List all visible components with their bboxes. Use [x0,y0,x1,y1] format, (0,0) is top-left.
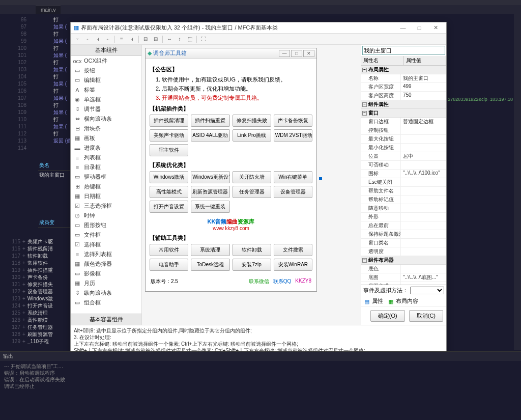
tool-button[interactable]: 打开声音设置 [150,201,188,213]
align-center-h-icon[interactable]: ≡ [117,35,126,44]
outline-item[interactable]: 119+插件扫描重 [10,267,69,274]
same-width-icon[interactable]: ↔ [165,35,174,44]
align-top-icon[interactable]: ⫞ [93,35,102,44]
prop-row[interactable]: 外形 [361,213,446,221]
prop-row[interactable]: 底色 [361,265,446,273]
palette-item[interactable]: ▭编辑框 [71,75,141,85]
outline-item[interactable]: 129+_110子程 [10,338,69,345]
palette-item[interactable]: ▭按钮 [71,66,141,75]
palette-item[interactable]: ≡选择列表框 [71,249,141,259]
prop-row[interactable]: 透明度 [361,247,446,256]
palette-item[interactable]: ☑选择框 [71,240,141,249]
cancel-button[interactable]: 取消(C) [409,310,443,322]
tool-button[interactable]: 声卡备份恢复 [274,115,312,127]
tab-properties[interactable]: ▤属性 [364,297,383,305]
palette-item[interactable]: ▦颜色选择器 [71,259,141,269]
palette-item[interactable]: ▬进度条 [71,143,141,153]
palette-footer[interactable]: 基本容器组件 [71,314,141,325]
prop-group[interactable]: −组件布局器 [361,256,446,265]
scrollbar[interactable] [514,14,521,350]
prop-group[interactable]: −组件属性 [361,100,446,109]
palette-item[interactable]: ▭文件框 [71,230,141,240]
tool-button[interactable]: 安装WinRAR [274,259,312,271]
tool-button[interactable]: Windows激活 [150,171,188,183]
prop-row[interactable]: 名称我的主窗口 [361,74,446,83]
tool-button[interactable]: Windows更新设置 [191,171,229,183]
dialog-titlebar[interactable]: ▦ 界面布局设计器(注意测试版仅限加入 32 个组件) - 我的主窗口 / MF… [71,22,446,34]
align-right-icon[interactable]: ⫠ [83,35,92,44]
tool-button[interactable]: 修复扫描失败 [233,115,271,127]
outline-item[interactable]: 122+设备管理器 [10,288,69,295]
distribute-h-icon[interactable]: ⊟ [141,35,150,44]
prop-row[interactable]: 可否移动 [361,161,446,170]
tool-button[interactable]: 高性能模式 [150,186,188,198]
prop-row[interactable]: 底图"..\\..\\..\\底图..." [361,273,446,282]
prop-row[interactable]: 帮助标记值 [361,195,446,204]
tool-button[interactable]: 关开防火墙 [233,171,271,183]
palette-item[interactable]: ⇕调节器 [71,104,141,114]
palette-item[interactable]: ▦日期框 [71,191,141,201]
palette-item[interactable]: ▭组合框 [71,298,141,307]
file-tab[interactable]: main.v [36,6,61,14]
outline-item[interactable]: 120+声卡备份 [10,274,69,281]
tool-button[interactable]: ASIO 4ALL驱动 [191,129,229,142]
prop-row[interactable]: Esc键关闭 [361,178,446,187]
align-left-icon[interactable]: ⫟ [73,35,82,44]
prop-row[interactable]: 最小化按钮 [361,144,446,152]
outline-item[interactable]: 127+任务管理器 [10,324,69,331]
tool-button[interactable]: 电音助手 [150,259,188,271]
minimize-icon[interactable]: — [395,23,411,33]
align-bottom-icon[interactable]: ⫠ [103,35,112,44]
outline-item[interactable]: 115+美频声卡驱 [10,238,69,245]
tool-button[interactable]: 常用软件 [150,244,188,256]
palette-item[interactable]: ▭驱动器框 [71,172,141,182]
tab-layout-content[interactable]: ▦布局内容 [388,297,418,305]
palette-item[interactable]: ⊞热键框 [71,182,141,191]
outline-item[interactable]: 121+修复扫描失 [10,281,69,288]
outline-item[interactable]: 117+软件卸载 [10,253,69,260]
prop-row[interactable]: 控制按钮 [361,126,446,135]
tool-button[interactable]: 系统一键重装 [191,201,229,213]
palette-item[interactable]: ⇕纵向滚动条 [71,288,141,298]
tool-button[interactable]: WDM 2VST驱动 [274,129,312,142]
design-canvas[interactable]: ◆ 调音师工具箱 — □ ✕ 【公告区】 1. 软件使用中，如有建议或BUG，请… [142,45,361,325]
tool-min-icon[interactable]: — [279,50,290,57]
outline-item[interactable]: 128+刷新资源管 [10,331,69,338]
tool-button[interactable]: 美频声卡驱动 [150,129,188,142]
palette-item[interactable]: ≡目录框 [71,162,141,172]
palette-item[interactable]: ◉单选框 [71,95,141,104]
palette-item[interactable]: ≡列表框 [71,153,141,162]
component-selector[interactable] [362,46,445,55]
tool-titlebar[interactable]: ◆ 调音师工具箱 — □ ✕ [146,48,316,59]
palette-item[interactable]: ocxOCX组件 [71,56,141,66]
tool-button[interactable]: 软件卸载 [233,244,271,256]
link-kkzy[interactable]: KKZY8 [295,278,311,285]
prop-row[interactable]: 窗口类名 [361,239,446,247]
prop-row[interactable]: 最大化按钮 [361,135,446,144]
palette-item[interactable]: ▦画板 [71,133,141,143]
same-height-icon[interactable]: ↕ [175,35,184,44]
prop-group[interactable]: −布局属性 [361,66,446,74]
palette-item[interactable]: ☑三态选择框 [71,201,141,211]
prop-row[interactable]: 随意移动 [361,204,446,213]
palette-item[interactable]: ⊟滑块条 [71,124,141,133]
tool-button[interactable]: Link Pro跳线 [233,129,271,142]
tool-button[interactable]: 插件扫描重置 [191,115,229,127]
outline-item[interactable]: 116+插件残留清 [10,245,69,253]
tool-button[interactable]: Win右键菜单 [274,171,312,183]
events-select[interactable] [410,287,444,294]
prop-row[interactable]: 位置居中 [361,152,446,161]
palette-item[interactable]: ▭影像框 [71,269,141,278]
palette-item[interactable]: A标签 [71,85,141,95]
tool-close-icon[interactable]: ✕ [303,50,314,57]
distribute-v-icon[interactable]: ⊟ [151,35,160,44]
tool-button[interactable]: 刷新资源管理器 [191,186,229,198]
outline-item[interactable]: 123+Windows激 [10,295,69,302]
tool-button[interactable]: 宿主软件 [150,144,188,156]
same-size-icon[interactable]: ⬚ [185,35,194,44]
tool-button[interactable]: ToDesk远程 [191,259,229,271]
prop-row[interactable]: 客户区宽度499 [361,83,446,92]
link-qq[interactable]: 联系QQ [273,278,292,285]
outline-item[interactable]: 125+系统清理 [10,310,69,317]
prop-row[interactable]: 保持标题条激活 [361,230,446,239]
